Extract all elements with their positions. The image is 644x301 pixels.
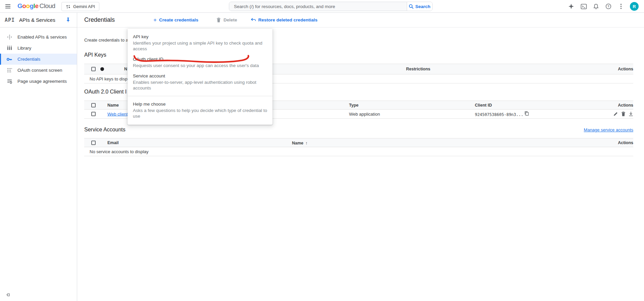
menu-divider [128, 96, 273, 96]
search-input[interactable] [229, 2, 407, 11]
plus-icon: + [153, 17, 157, 23]
menu-icon[interactable] [5, 3, 11, 10]
menu-item-title: Service account [133, 73, 267, 79]
google-cloud-console: GoogleCloud Gemini API Search [0, 0, 644, 301]
manage-service-accounts-link[interactable]: Manage service accounts [584, 127, 633, 132]
restore-credentials-button[interactable]: Restore deleted credentials [251, 17, 317, 22]
logo-letter: o [22, 2, 26, 9]
sidebar-item-label: Credentials [17, 57, 40, 62]
select-all-checkbox[interactable] [91, 140, 96, 145]
edit-icon[interactable] [613, 112, 618, 117]
name-column-header[interactable]: N [124, 67, 127, 71]
cloud-shell-icon[interactable] [580, 3, 587, 10]
logo-letter: e [35, 2, 38, 9]
sidebar-item-enabled-apis[interactable]: Enabled APIs & services [0, 32, 77, 43]
search-icon [409, 4, 414, 9]
account-avatar[interactable]: R [630, 2, 639, 11]
google-cloud-logo[interactable]: GoogleCloud [17, 2, 55, 10]
menu-item-oauth-client-id[interactable]: OAuth client ID Requests user consent so… [128, 54, 273, 71]
sidebar-item-label: Library [17, 46, 31, 51]
sidebar-title: APIs & Services [19, 17, 55, 23]
copy-icon[interactable] [525, 111, 529, 116]
pin-icon[interactable] [65, 17, 71, 22]
menu-item-description: Enables server-to-server, app-level auth… [133, 79, 267, 91]
search-button-label: Search [415, 4, 430, 9]
key-icon [6, 56, 12, 62]
sort-ascending-icon: ↑ [305, 140, 308, 145]
collapse-sidebar-icon[interactable] [5, 292, 11, 298]
sidebar-item-label: Enabled APIs & services [17, 35, 67, 40]
type-column-header: Type [349, 103, 358, 108]
menu-item-api-key[interactable]: API key Identifies your project using a … [128, 32, 273, 54]
global-search: Search [229, 2, 433, 11]
client-id-column-header: Client ID [475, 103, 492, 108]
sidebar-item-credentials[interactable]: Credentials [0, 54, 77, 65]
delete-icon[interactable] [621, 112, 626, 117]
project-selector[interactable]: Gemini API [61, 2, 99, 11]
sidebar-nav: Enabled APIs & services Library Credenti… [0, 27, 77, 87]
project-icon [66, 4, 70, 9]
sidebar: API APIs & Services Enabled APIs & servi… [0, 13, 77, 301]
sidebar-item-label: Page usage agreements [17, 79, 67, 84]
service-accounts-empty-text: No service accounts to display [90, 149, 149, 154]
sidebar-item-oauth-consent[interactable]: OAuth consent screen [0, 65, 77, 76]
menu-item-description: Requests user consent so your app can ac… [133, 63, 267, 68]
oauth-client-id-cell: 924507538605-89n3... [475, 111, 529, 117]
top-bar-actions: ? R [568, 0, 639, 13]
restrictions-column-header: Restrictions [406, 67, 430, 71]
actions-column-header: Actions [618, 103, 633, 108]
actions-column-header: Actions [618, 67, 633, 71]
oauth-clients-heading: OAuth 2.0 Client I [84, 89, 127, 95]
top-bar: GoogleCloud Gemini API Search [0, 0, 644, 13]
page-toolbar: Credentials + Create credentials Delete … [77, 13, 644, 27]
logo-letter: o [26, 2, 30, 9]
agreements-icon [6, 78, 12, 84]
row-checkbox[interactable] [91, 112, 96, 116]
page-title: Credentials [84, 16, 115, 23]
menu-item-description: Asks a few questions to help you decide … [133, 108, 267, 119]
menu-item-title: OAuth client ID [133, 56, 267, 62]
name-column-header[interactable]: Name↑ [292, 140, 308, 145]
actions-column-header: Actions [618, 140, 633, 145]
create-credentials-button[interactable]: + Create credentials [153, 17, 198, 23]
service-accounts-table-header: Email Name↑ Actions [84, 138, 633, 147]
sidebar-item-page-usage[interactable]: Page usage agreements [0, 76, 77, 87]
more-options-icon[interactable] [617, 3, 624, 10]
delete-label: Delete [224, 17, 237, 22]
menu-item-help-me-choose[interactable]: Help me choose Asks a few questions to h… [128, 99, 273, 121]
menu-item-service-account[interactable]: Service account Enables server-to-server… [128, 71, 273, 93]
project-name: Gemini API [73, 4, 95, 9]
logo-cloud-text: Cloud [39, 2, 55, 9]
undo-arrow-icon [251, 18, 256, 22]
menu-item-title: Help me choose [133, 101, 267, 107]
api-keys-empty-text: No API keys to displ [90, 76, 129, 81]
intro-text: Create credentials to a [84, 38, 128, 43]
gemini-sparkle-icon[interactable] [568, 3, 575, 10]
status-dot-icon [100, 67, 104, 71]
logo-letter: G [17, 2, 22, 9]
sidebar-item-label: OAuth consent screen [17, 68, 62, 73]
oauth-client-id-value: 924507538605-89n3... [475, 112, 524, 117]
menu-item-description: Identifies your project using a simple A… [133, 40, 267, 52]
svg-text:?: ? [607, 4, 609, 8]
trash-icon [216, 17, 221, 23]
name-column-header[interactable]: Name [107, 103, 119, 108]
create-credentials-label: Create credentials [159, 17, 198, 22]
select-all-checkbox[interactable] [91, 103, 96, 107]
api-product-icon: API [5, 17, 15, 23]
search-button[interactable]: Search [407, 2, 432, 11]
restore-credentials-label: Restore deleted credentials [258, 17, 317, 22]
download-icon[interactable] [629, 112, 633, 117]
delete-button[interactable]: Delete [216, 17, 237, 23]
email-column-header: Email [107, 140, 118, 145]
api-keys-heading: API Keys [84, 52, 106, 58]
notifications-bell-icon[interactable] [593, 3, 599, 10]
sidebar-header: API APIs & Services [0, 13, 77, 27]
logo-letter: g [30, 2, 34, 9]
create-credentials-menu: API key Identifies your project using a … [128, 29, 273, 125]
select-all-checkbox[interactable] [91, 67, 96, 71]
consent-screen-icon [6, 67, 12, 73]
help-icon[interactable]: ? [605, 3, 612, 10]
sidebar-item-library[interactable]: Library [0, 43, 77, 54]
service-accounts-empty-row: No service accounts to display [84, 147, 633, 156]
